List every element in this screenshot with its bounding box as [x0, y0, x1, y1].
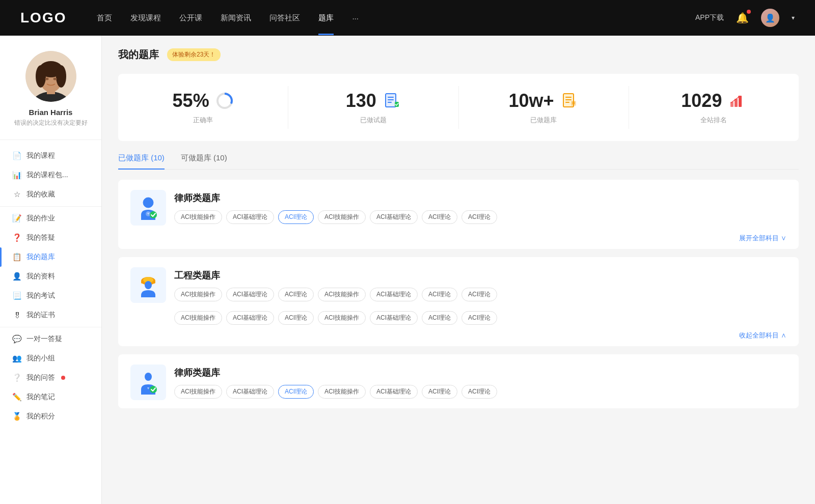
- sidebar: Brian Harris 错误的决定比没有决定要好 📄 我的课程 📊 我的课程包…: [0, 36, 102, 504]
- bank-tag[interactable]: ACI基础理论: [226, 288, 274, 301]
- svg-rect-22: [565, 97, 572, 98]
- sidebar-item-cert[interactable]: 🎖 我的证书: [0, 305, 101, 325]
- logo: LOGO: [20, 10, 66, 26]
- bank-tag[interactable]: ACI理论: [461, 210, 497, 224]
- stat-accuracy-label: 正确率: [193, 116, 213, 125]
- bank-tag[interactable]: ACI基础理论: [370, 210, 418, 224]
- sidebar-item-course[interactable]: 📄 我的课程: [0, 146, 101, 165]
- bank-card-2-name: 工程类题库: [174, 269, 786, 282]
- bank-tag[interactable]: ACI技能操作: [174, 210, 222, 224]
- sidebar-item-quiz-bank[interactable]: 📋 我的题库: [0, 247, 101, 267]
- stat-accuracy: 55% 正确率: [118, 86, 288, 129]
- quiz-bank-icon: 📋: [12, 253, 21, 262]
- bank-tag[interactable]: ACI理论: [422, 311, 457, 325]
- user-dropdown-caret[interactable]: ▾: [792, 14, 795, 21]
- app-download-button[interactable]: APP下载: [695, 13, 724, 22]
- sidebar-item-label: 我的资料: [26, 272, 55, 281]
- stat-done-questions-label: 已做试题: [360, 116, 387, 125]
- bank-tag[interactable]: ACI理论: [422, 210, 457, 224]
- bank-tag[interactable]: ACI技能操作: [174, 385, 222, 399]
- sidebar-item-homework[interactable]: 📝 我的作业: [0, 209, 101, 228]
- cert-icon: 🎖: [12, 311, 21, 320]
- stat-rank-icon: [728, 92, 746, 110]
- nav-news[interactable]: 新闻资讯: [221, 13, 251, 23]
- bank-tag[interactable]: ACI基础理论: [226, 311, 274, 325]
- bank-card-2-collapse[interactable]: 收起全部科目 ∧: [739, 331, 786, 340]
- nav-qa[interactable]: 问答社区: [269, 13, 300, 23]
- stat-rank-label: 全站排名: [700, 116, 727, 125]
- bank-tag[interactable]: ACI理论: [461, 385, 497, 399]
- sidebar-item-label: 我的题库: [26, 253, 55, 262]
- page-layout: Brian Harris 错误的决定比没有决定要好 📄 我的课程 📊 我的课程包…: [0, 36, 815, 504]
- svg-point-34: [145, 198, 152, 206]
- group-icon: 👥: [12, 354, 21, 363]
- bank-tag[interactable]: ACI技能操作: [318, 210, 366, 224]
- svg-rect-24: [565, 102, 569, 103]
- bank-tag[interactable]: ACI技能操作: [318, 288, 366, 301]
- bank-tag[interactable]: ACI理论: [461, 311, 497, 325]
- bank-tag[interactable]: ACI技能操作: [174, 288, 222, 301]
- bank-card-1: 律师类题库 ACI技能操作 ACI基础理论 ACI理论 ACI技能操作 ACI基…: [118, 180, 799, 249]
- nav-open-course[interactable]: 公开课: [179, 13, 202, 23]
- nav-home[interactable]: 首页: [97, 13, 112, 23]
- bank-tag[interactable]: ACI基础理论: [226, 210, 274, 224]
- sidebar-item-label: 我的积分: [26, 412, 55, 421]
- svg-rect-27: [572, 103, 575, 104]
- doc-orange-icon: [561, 93, 578, 109]
- bank-card-3-tags: ACI技能操作 ACI基础理论 ACI理论 ACI技能操作 ACI基础理论 AC…: [174, 385, 786, 399]
- sidebar-item-profile[interactable]: 👤 我的资料: [0, 267, 101, 286]
- bank-tag[interactable]: ACI技能操作: [174, 311, 222, 325]
- avatar-image: 👤: [761, 9, 779, 27]
- doc-blue-icon: [384, 93, 400, 109]
- 1on1-icon: 💬: [12, 334, 21, 344]
- bank-tag[interactable]: ACI基础理论: [226, 385, 274, 399]
- nav: 首页 发现课程 公开课 新闻资讯 问答社区 题库 ···: [97, 13, 695, 23]
- avatar[interactable]: 👤: [761, 9, 779, 27]
- bank-tag[interactable]: ACI理论: [422, 385, 457, 399]
- tab-available-banks[interactable]: 可做题库 (10): [181, 153, 227, 169]
- nav-quiz[interactable]: 题库: [318, 13, 334, 23]
- sidebar-item-group[interactable]: 👥 我的小组: [0, 349, 101, 368]
- bank-card-2-header: 工程类题库 ACI技能操作 ACI基础理论 ACI理论 ACI技能操作 ACI基…: [118, 257, 799, 311]
- stat-done-banks-value: 10w+: [509, 90, 554, 111]
- bank-tag[interactable]: ACI理论: [278, 288, 314, 301]
- stat-done-banks-icon: [560, 92, 579, 110]
- bank-tag[interactable]: ACI技能操作: [318, 385, 366, 399]
- sidebar-item-my-qna[interactable]: ❔ 我的问答: [0, 368, 101, 387]
- bank-tag[interactable]: ACI理论: [461, 288, 497, 301]
- nav-more[interactable]: ···: [352, 14, 359, 22]
- sidebar-item-1on1[interactable]: 💬 一对一答疑: [0, 329, 101, 349]
- bank-tag-active[interactable]: ACI理论: [278, 385, 314, 399]
- bell-icon[interactable]: 🔔: [736, 12, 749, 24]
- stat-accuracy-row: 55%: [173, 90, 234, 111]
- bank-card-2-icon-wrap: [130, 267, 166, 303]
- bank-card-2-tags: ACI技能操作 ACI基础理论 ACI理论 ACI技能操作 ACI基础理论 AC…: [174, 288, 786, 301]
- lawyer-icon: [136, 195, 160, 220]
- sidebar-item-course-pack[interactable]: 📊 我的课程包...: [0, 165, 101, 185]
- sidebar-item-notes[interactable]: ✏️ 我的笔记: [0, 387, 101, 407]
- tab-done-banks[interactable]: 已做题库 (10): [118, 153, 165, 169]
- sidebar-item-exam[interactable]: 📃 我的考试: [0, 286, 101, 305]
- header: LOGO 首页 发现课程 公开课 新闻资讯 问答社区 题库 ··· APP下载 …: [0, 0, 815, 36]
- bank-tag[interactable]: ACI基础理论: [370, 385, 418, 399]
- bank-tag[interactable]: ACI技能操作: [318, 311, 366, 325]
- favorites-icon: ☆: [12, 190, 21, 199]
- nav-discover[interactable]: 发现课程: [130, 13, 161, 23]
- pie-chart-icon: [215, 92, 234, 110]
- bank-card-3-name: 律师类题库: [174, 367, 786, 379]
- bank-card-1-expand[interactable]: 展开全部科目 ∨: [739, 234, 786, 243]
- page-title: 我的题库: [118, 48, 159, 62]
- sidebar-menu: 📄 我的课程 📊 我的课程包... ☆ 我的收藏 📝 我的作业 ❓ 我的答疑 �: [0, 144, 101, 428]
- bank-tag[interactable]: ACI理论: [278, 311, 314, 325]
- sidebar-item-qna[interactable]: ❓ 我的答疑: [0, 228, 101, 247]
- sidebar-avatar-wrap: [25, 51, 76, 102]
- bank-tag[interactable]: ACI理论: [422, 288, 457, 301]
- sidebar-item-points[interactable]: 🏅 我的积分: [0, 407, 101, 426]
- bank-card-3-header: 律师类题库 ACI技能操作 ACI基础理论 ACI理论 ACI技能操作 ACI基…: [118, 354, 799, 408]
- bank-tag[interactable]: ACI基础理论: [370, 311, 418, 325]
- bank-tag[interactable]: ACI基础理论: [370, 288, 418, 301]
- bank-card-1-header: 律师类题库 ACI技能操作 ACI基础理论 ACI理论 ACI技能操作 ACI基…: [118, 180, 799, 234]
- bank-tag-active[interactable]: ACI理论: [278, 210, 314, 224]
- svg-point-41: [145, 373, 152, 381]
- sidebar-item-favorites[interactable]: ☆ 我的收藏: [0, 185, 101, 204]
